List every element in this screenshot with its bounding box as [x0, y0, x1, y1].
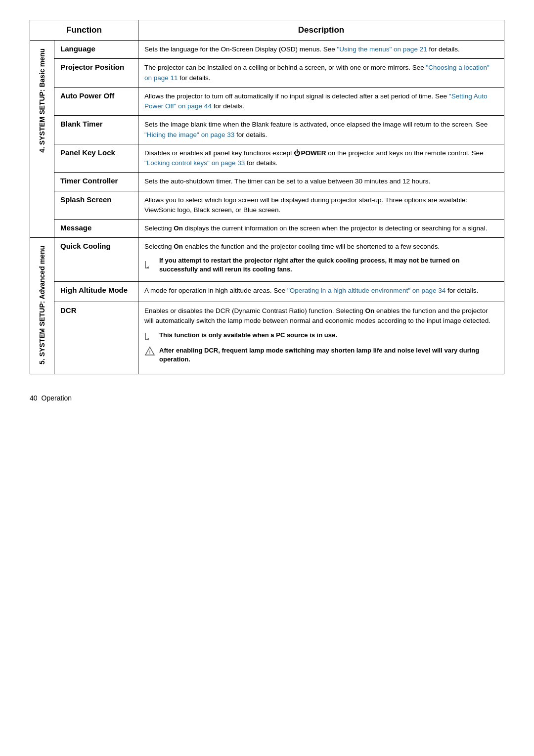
table-row: Auto Power OffAllows the projector to tu… [30, 87, 504, 116]
table-row: MessageSelecting On displays the current… [30, 220, 504, 238]
description-cell: Sets the language for the On-Screen Disp… [138, 41, 504, 59]
function-cell: Timer Controller [54, 173, 138, 191]
description-cell: Disables or enables all panel key functi… [138, 144, 504, 173]
note1-text: This function is only available when a P… [159, 331, 337, 340]
section-label-text: 5. SYSTEM SETUP: Advanced menu [36, 242, 48, 368]
function-cell: Auto Power Off [54, 87, 138, 116]
note1-icon [144, 331, 155, 341]
table-row: DCREnables or disables the DCR (Dynamic … [30, 302, 504, 374]
function-cell: Projector Position [54, 59, 138, 88]
footer: 40 Operation [30, 389, 504, 402]
section-label-cell-section-5: 5. SYSTEM SETUP: Advanced menu [30, 238, 54, 374]
desc-part: "Locking control keys" on page 33 [144, 159, 245, 167]
desc-part: enables the function and the projector c… [183, 243, 440, 250]
desc-part: Enables or disables the DCR (Dynamic Con… [144, 307, 365, 314]
description-cell: Allows you to select which logo screen w… [138, 191, 504, 220]
desc-part: On [174, 224, 183, 232]
table-row: Panel Key LockDisables or enables all pa… [30, 144, 504, 173]
description-link[interactable]: "Operating in a high altitude environmen… [287, 287, 445, 294]
warning-icon: ! [144, 346, 155, 356]
description-header: Description [138, 20, 504, 41]
desc-part: on the projector and keys on the remote … [326, 149, 483, 157]
table-row: Blank TimerSets the image blank time whe… [30, 116, 504, 144]
table-row: 5. SYSTEM SETUP: Advanced menuQuick Cool… [30, 238, 504, 282]
desc-part: POWER [301, 149, 326, 157]
description-text: A mode for operation in high altitude ar… [144, 286, 498, 296]
desc-part: Disables or enables all panel key functi… [144, 149, 294, 157]
svg-text:!: ! [149, 350, 151, 355]
description-cell: Sets the image blank time when the Blank… [138, 116, 504, 144]
note2-text: After enabling DCR, frequent lamp mode s… [159, 346, 498, 364]
note-box: If you attempt to restart the projector … [144, 256, 498, 274]
description-text: Selecting On displays the current inform… [144, 223, 498, 233]
function-cell: Message [54, 220, 138, 238]
description-cell: Selecting On enables the function and th… [138, 238, 504, 282]
table-row: Projector PositionThe projector can be i… [30, 59, 504, 88]
function-cell: Panel Key Lock [54, 144, 138, 173]
desc-part: displays the current information on the … [183, 224, 487, 232]
description-text: Disables or enables all panel key functi… [144, 148, 498, 169]
note-icon [144, 257, 155, 271]
description-text: Selecting On enables the function and th… [144, 242, 498, 252]
description-link[interactable]: "Setting Auto Power Off" on page 44 [144, 92, 487, 110]
function-cell: Language [54, 41, 138, 59]
description-text: Sets the image blank time when the Blank… [144, 120, 498, 140]
description-link[interactable]: "Hiding the image" on page 33 [144, 131, 234, 138]
table-header-row: Function Description [30, 20, 504, 41]
function-cell: High Altitude Mode [54, 282, 138, 302]
note-text: If you attempt to restart the projector … [159, 256, 498, 274]
function-header: Function [30, 20, 138, 41]
function-cell: Quick Cooling [54, 238, 138, 282]
description-link[interactable]: "Choosing a location" on page 11 [144, 64, 490, 81]
page-content: Function Description 4. SYSTEM SETUP: Ba… [30, 20, 504, 402]
main-table: Function Description 4. SYSTEM SETUP: Ba… [30, 20, 504, 374]
section-label-cell-section-4: 4. SYSTEM SETUP: Basic menu [30, 41, 54, 238]
function-cell: Splash Screen [54, 191, 138, 220]
desc-part: for details. [245, 159, 277, 167]
description-cell: Selecting On displays the current inform… [138, 220, 504, 238]
desc-part: Selecting [144, 224, 174, 232]
description-cell: Sets the auto-shutdown timer. The timer … [138, 173, 504, 191]
description-cell: Allows the projector to turn off automat… [138, 87, 504, 116]
power-icon: ⏻ [294, 149, 301, 157]
description-cell: A mode for operation in high altitude ar… [138, 282, 504, 302]
description-text: Allows the projector to turn off automat… [144, 91, 498, 112]
note1-box: This function is only available when a P… [144, 331, 498, 341]
description-link[interactable]: "Using the menus" on page 21 [337, 45, 427, 53]
description-text: Enables or disables the DCR (Dynamic Con… [144, 306, 498, 326]
note2-box: !After enabling DCR, frequent lamp mode … [144, 346, 498, 364]
footer-page-number: 40 [30, 394, 38, 402]
section-label-text: 4. SYSTEM SETUP: Basic menu [36, 44, 48, 157]
function-cell: DCR [54, 302, 138, 374]
description-cell: Enables or disables the DCR (Dynamic Con… [138, 302, 504, 374]
description-text: Allows you to select which logo screen w… [144, 195, 498, 216]
description-cell: The projector can be installed on a ceil… [138, 59, 504, 88]
table-row: Timer ControllerSets the auto-shutdown t… [30, 173, 504, 191]
description-text: Sets the language for the On-Screen Disp… [144, 44, 498, 54]
table-row: High Altitude ModeA mode for operation i… [30, 282, 504, 302]
desc-part: On [174, 243, 183, 250]
description-text: The projector can be installed on a ceil… [144, 63, 498, 83]
table-row: Splash ScreenAllows you to select which … [30, 191, 504, 220]
table-row: 4. SYSTEM SETUP: Basic menuLanguageSets … [30, 41, 504, 59]
footer-label: Operation [42, 394, 72, 402]
function-cell: Blank Timer [54, 116, 138, 144]
desc-part: Selecting [144, 243, 174, 250]
desc-part: On [365, 307, 374, 314]
description-text: Sets the auto-shutdown timer. The timer … [144, 177, 498, 186]
